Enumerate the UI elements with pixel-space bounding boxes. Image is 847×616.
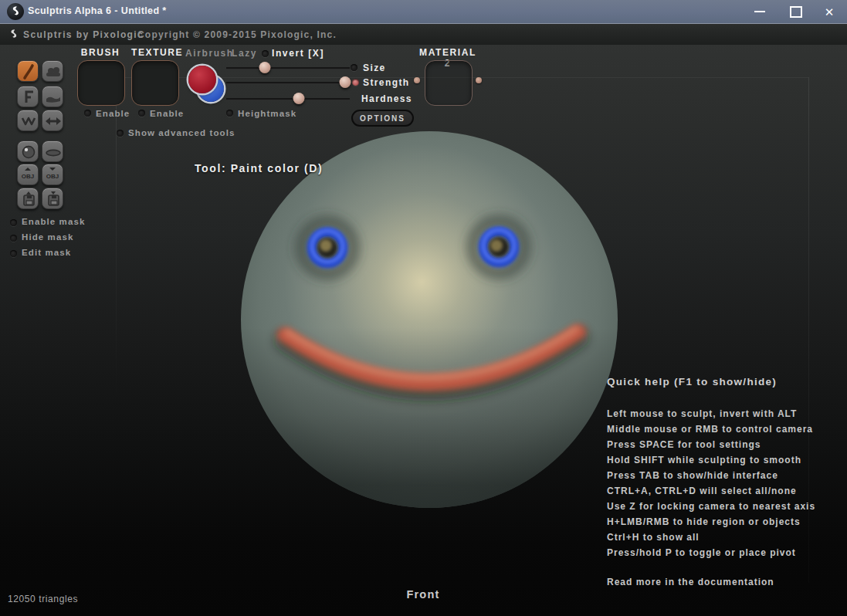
import-obj-button[interactable]: OBJ <box>17 164 39 185</box>
enable-mask-radio[interactable] <box>10 219 17 226</box>
help-line: Press/hold P to toggle or place pivot <box>607 545 815 560</box>
help-line: H+LMB/RMB to hide region or objects <box>607 514 815 530</box>
lazy-toggle[interactable]: Lazy <box>232 48 257 59</box>
save-file-button[interactable] <box>42 188 63 209</box>
new-plane-button[interactable] <box>42 140 63 162</box>
hardness-label: Hardness <box>361 93 412 104</box>
help-line: Middle mouse or RMB to control camera <box>607 421 815 437</box>
help-line: CTRL+A, CTRL+D will select all/none <box>607 483 815 499</box>
help-line: Ctrl+H to show all <box>607 530 815 545</box>
fill-tool-button[interactable] <box>17 86 39 107</box>
sculpt-sphere[interactable] <box>241 131 618 508</box>
copyright-text: Copyright © 2009-2015 Pixologic, Inc. <box>137 29 337 40</box>
airbrush-toggle[interactable]: Airbrush <box>185 48 234 59</box>
help-line: Press SPACE for tool settings <box>607 437 815 452</box>
minimize-button[interactable] <box>746 0 774 23</box>
brush-enable-label: Enable <box>96 109 130 118</box>
advanced-tools-label: Show advanced tools <box>128 128 235 137</box>
paint-brush-icon <box>18 61 39 83</box>
flatten-brush-icon <box>42 86 64 108</box>
brush-enable-radio[interactable] <box>84 110 91 117</box>
info-bar: Sculptris by Pixologic Copyright © 2009-… <box>0 24 847 45</box>
camera-orientation-label: Front <box>385 588 462 601</box>
app-logo-icon <box>7 3 24 20</box>
help-line: Hold SHIFT while sculpting to smooth <box>607 452 815 468</box>
hardness-slider-handle[interactable] <box>293 93 305 104</box>
heightmask-label: Heightmask <box>238 109 296 118</box>
current-tool-label: Tool: Paint color (D) <box>195 162 323 174</box>
viewport-frame-left <box>116 77 117 409</box>
brush-section-label: BRUSH <box>77 47 124 58</box>
help-line: Left mouse to sculpt, invert with ALT <box>607 406 815 421</box>
triangle-count: 12050 triangles <box>8 594 78 604</box>
symmetry-button[interactable] <box>42 110 63 131</box>
heightmask-radio[interactable] <box>226 110 233 117</box>
wireframe-button[interactable] <box>17 110 39 131</box>
help-line: Use Z for locking camera to nearest axis <box>607 499 815 514</box>
open-file-button[interactable] <box>17 188 39 209</box>
texture-enable-label: Enable <box>150 109 184 118</box>
new-sphere-icon <box>18 141 39 163</box>
arrow-down-icon <box>49 168 56 171</box>
window-title: Sculptris Alpha 6 - Untitled * <box>28 5 167 16</box>
flatten-brush-button[interactable] <box>42 86 63 107</box>
quick-help-lines: Left mouse to sculpt, invert with ALT Mi… <box>607 406 815 560</box>
quick-help-title: Quick help (F1 to show/hide) <box>607 376 777 388</box>
maximize-icon <box>790 6 802 18</box>
export-obj-icon: OBJ <box>42 173 63 180</box>
options-button[interactable]: OPTIONS <box>351 110 414 127</box>
edit-mask-label: Edit mask <box>22 248 71 257</box>
export-obj-button[interactable]: OBJ <box>42 164 63 185</box>
arrow-up-icon <box>25 168 31 171</box>
new-sphere-button[interactable] <box>17 140 39 162</box>
close-icon: ✕ <box>825 6 835 18</box>
symmetry-icon <box>42 110 64 132</box>
strength-label: Strength <box>363 77 410 88</box>
hide-mask-label: Hide mask <box>22 232 73 242</box>
material-next-button[interactable] <box>476 77 482 83</box>
open-file-icon <box>18 188 39 210</box>
brand-text: Sculptris by Pixologic <box>23 29 144 40</box>
help-line: Press TAB to show/hide interface <box>607 468 815 483</box>
size-slider-handle[interactable] <box>259 62 270 73</box>
painted-face <box>241 131 618 508</box>
primary-color-swatch[interactable] <box>188 66 216 93</box>
wireframe-icon <box>18 110 39 132</box>
bump-brush-icon <box>42 61 64 83</box>
help-footer: Read more in the documentation <box>607 577 774 587</box>
brand-logo-icon <box>8 29 19 40</box>
size-label: Size <box>363 63 386 73</box>
hide-mask-radio[interactable] <box>10 235 17 242</box>
close-button[interactable]: ✕ <box>815 0 843 23</box>
texture-enable-radio[interactable] <box>138 110 145 117</box>
enable-mask-label: Enable mask <box>22 217 85 226</box>
save-file-icon <box>42 188 64 210</box>
strength-slider-handle[interactable] <box>339 76 351 88</box>
texture-preview-box[interactable] <box>131 60 179 106</box>
invert-toggle[interactable]: Invert [X] <box>272 48 324 59</box>
material-prev-button[interactable] <box>414 77 420 83</box>
invert-radio[interactable] <box>262 50 269 57</box>
import-obj-icon: OBJ <box>18 173 38 180</box>
size-radio[interactable] <box>351 64 357 71</box>
fill-tool-icon <box>18 86 39 108</box>
title-bar: Sculptris Alpha 6 - Untitled * ✕ <box>0 0 847 24</box>
size-slider[interactable] <box>226 67 350 69</box>
strength-slider[interactable] <box>226 82 350 84</box>
minimize-icon <box>754 11 765 12</box>
strength-active-dot[interactable] <box>352 79 359 86</box>
new-plane-icon <box>42 141 64 163</box>
advanced-tools-radio[interactable] <box>117 130 124 137</box>
hardness-slider[interactable] <box>226 98 350 100</box>
maximize-button[interactable] <box>782 0 810 23</box>
material-preview-box[interactable] <box>425 60 473 106</box>
sculptris-window: Sculptris Alpha 6 - Untitled * ✕ Sculptr… <box>0 0 847 616</box>
texture-section-label: TEXTURE <box>131 47 178 58</box>
edit-mask-radio[interactable] <box>10 250 17 257</box>
paint-brush-button[interactable] <box>17 60 39 82</box>
bump-brush-button[interactable] <box>42 60 63 82</box>
brush-preview-box[interactable] <box>77 60 125 106</box>
